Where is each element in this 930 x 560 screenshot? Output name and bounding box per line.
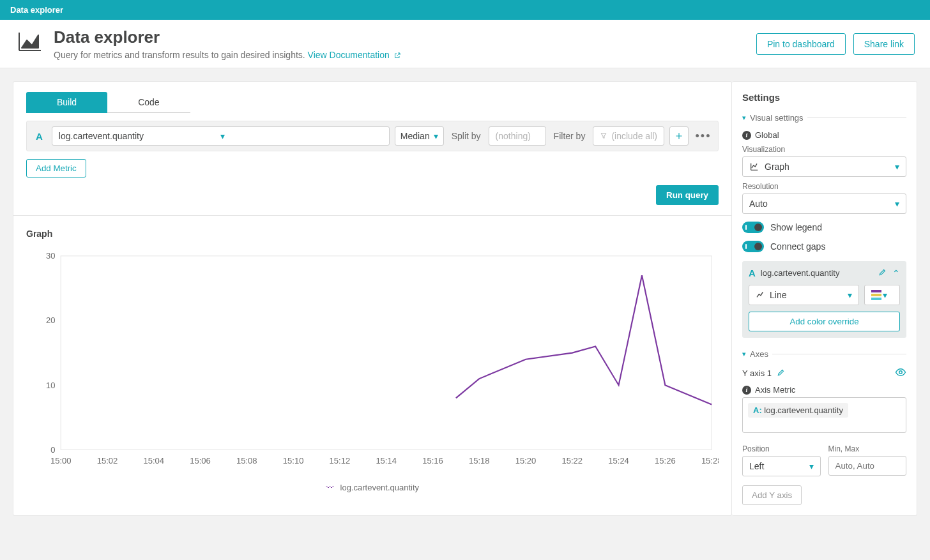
color-select[interactable]: ▾ xyxy=(864,285,900,305)
minmax-input[interactable] xyxy=(828,456,907,476)
chevron-down-icon: ▾ xyxy=(895,199,899,209)
add-yaxis-button[interactable]: Add Y axis xyxy=(742,485,802,505)
chart-legend: 〰 log.cartevent.quantity xyxy=(26,483,719,492)
split-by-label: Split by xyxy=(449,131,484,141)
query-row: A log.cartevent.quantity ▾ Median ▾ Spli… xyxy=(26,121,719,151)
axes-header[interactable]: ▾ Axes xyxy=(742,349,906,359)
page-header: Data explorer Query for metrics and tran… xyxy=(0,20,930,68)
page-title: Data explorer xyxy=(54,27,756,47)
metric-letter: A xyxy=(32,131,47,142)
svg-point-20 xyxy=(899,371,903,374)
svg-text:15:16: 15:16 xyxy=(422,456,443,465)
graph-title: Graph xyxy=(26,229,719,239)
svg-text:15:28: 15:28 xyxy=(701,456,719,465)
chevron-down-icon: ▾ xyxy=(742,114,746,122)
position-select[interactable]: Left ▾ xyxy=(742,456,821,476)
chevron-up-icon[interactable]: ⌃ xyxy=(892,268,900,278)
tab-build[interactable]: Build xyxy=(26,92,107,113)
svg-text:15:02: 15:02 xyxy=(97,456,118,465)
legend-swatch-icon: 〰 xyxy=(326,483,334,492)
axis-metric-chip[interactable]: A: log.cartevent.quantity xyxy=(748,403,848,418)
metric-box-letter: A xyxy=(749,268,756,278)
global-label: i Global xyxy=(742,130,906,140)
plus-icon xyxy=(675,132,683,140)
show-legend-label: Show legend xyxy=(770,222,822,232)
split-by-input[interactable]: (nothing) xyxy=(489,126,546,146)
svg-text:15:14: 15:14 xyxy=(376,456,397,465)
axis-metric-label: i Axis Metric xyxy=(742,385,906,395)
svg-text:15:04: 15:04 xyxy=(143,456,164,465)
filter-by-label: Filter by xyxy=(551,131,588,141)
page-subtitle: Query for metrics and transform results … xyxy=(54,50,756,60)
resolution-label: Resolution xyxy=(742,182,906,191)
ellipsis-icon: ••• xyxy=(696,130,712,143)
tabs: Build Code xyxy=(13,82,731,113)
svg-text:15:24: 15:24 xyxy=(608,456,629,465)
yaxis-name: Y axis 1 xyxy=(742,368,772,378)
svg-rect-0 xyxy=(61,256,712,450)
add-metric-button[interactable]: Add Metric xyxy=(26,159,86,178)
svg-text:15:12: 15:12 xyxy=(330,456,351,465)
aggregation-select[interactable]: Median ▾ xyxy=(395,126,444,146)
settings-title: Settings xyxy=(742,92,906,103)
topbar-title: Data explorer xyxy=(10,5,63,15)
color-palette-icon xyxy=(871,290,883,300)
query-panel: Build Code A log.cartevent.quantity ▾ Me… xyxy=(13,81,732,516)
add-clause-button[interactable] xyxy=(669,126,689,146)
show-legend-toggle[interactable] xyxy=(742,222,764,233)
svg-text:15:10: 15:10 xyxy=(283,456,304,465)
edit-icon[interactable] xyxy=(878,268,887,278)
filter-icon xyxy=(600,132,607,140)
visual-settings-header[interactable]: ▾ Visual settings xyxy=(742,113,906,123)
visualization-select[interactable]: Graph ▾ xyxy=(742,156,906,177)
chart[interactable]: 010203015:0015:0215:0415:0615:0815:1015:… xyxy=(26,249,719,473)
filter-by-input[interactable]: (include all) xyxy=(593,126,664,146)
info-icon: i xyxy=(742,131,751,140)
svg-text:10: 10 xyxy=(46,381,55,390)
metric-settings-box: A log.cartevent.quantity ⌃ Line ▾ ▾ Add xyxy=(742,261,906,338)
graph-section: Graph 010203015:0015:0215:0415:0615:0815… xyxy=(13,216,731,505)
view-documentation-link[interactable]: View Documentation xyxy=(308,50,401,60)
chart-line-icon xyxy=(749,162,759,172)
axis-metric-input[interactable]: A: log.cartevent.quantity xyxy=(742,397,906,433)
eye-icon[interactable] xyxy=(895,367,906,380)
add-color-override-button[interactable]: Add color override xyxy=(749,312,900,331)
svg-text:30: 30 xyxy=(46,251,55,261)
pin-to-dashboard-button[interactable]: Pin to dashboard xyxy=(756,33,846,55)
svg-text:15:18: 15:18 xyxy=(469,456,490,465)
visualization-label: Visualization xyxy=(742,145,906,154)
svg-text:15:00: 15:00 xyxy=(50,456,72,465)
svg-text:0: 0 xyxy=(50,445,55,455)
svg-text:20: 20 xyxy=(46,315,55,325)
info-icon: i xyxy=(742,386,751,395)
connect-gaps-toggle[interactable] xyxy=(742,241,764,252)
share-link-button[interactable]: Share link xyxy=(853,33,915,55)
chevron-down-icon: ▾ xyxy=(809,461,814,471)
position-label: Position xyxy=(742,444,821,453)
more-options-button[interactable]: ••• xyxy=(694,126,713,146)
connect-gaps-label: Connect gaps xyxy=(770,241,825,252)
svg-text:15:06: 15:06 xyxy=(190,456,211,465)
tab-code[interactable]: Code xyxy=(107,92,190,113)
chart-area-icon xyxy=(15,27,43,57)
edit-yaxis-icon[interactable] xyxy=(777,368,786,379)
chart-line-icon xyxy=(756,290,766,300)
chevron-down-icon: ▾ xyxy=(895,162,899,172)
svg-text:15:08: 15:08 xyxy=(236,456,257,465)
chevron-down-icon: ▾ xyxy=(742,350,746,358)
resolution-select[interactable]: Auto ▾ xyxy=(742,193,906,214)
chevron-down-icon: ▾ xyxy=(848,290,852,300)
svg-text:15:20: 15:20 xyxy=(515,456,537,465)
run-query-button[interactable]: Run query xyxy=(656,185,719,205)
external-link-icon xyxy=(393,52,401,59)
chart-type-select[interactable]: Line ▾ xyxy=(749,285,859,305)
svg-text:15:22: 15:22 xyxy=(562,456,583,465)
chevron-down-icon: ▾ xyxy=(434,131,438,141)
chevron-down-icon: ▾ xyxy=(883,290,887,300)
metric-select[interactable]: log.cartevent.quantity ▾ xyxy=(52,126,390,146)
metric-box-name: log.cartevent.quantity xyxy=(761,268,873,278)
settings-panel: Settings ▾ Visual settings i Global Visu… xyxy=(732,81,917,516)
topbar: Data explorer xyxy=(0,0,930,20)
chevron-down-icon: ▾ xyxy=(220,131,382,141)
svg-text:15:26: 15:26 xyxy=(655,456,676,465)
